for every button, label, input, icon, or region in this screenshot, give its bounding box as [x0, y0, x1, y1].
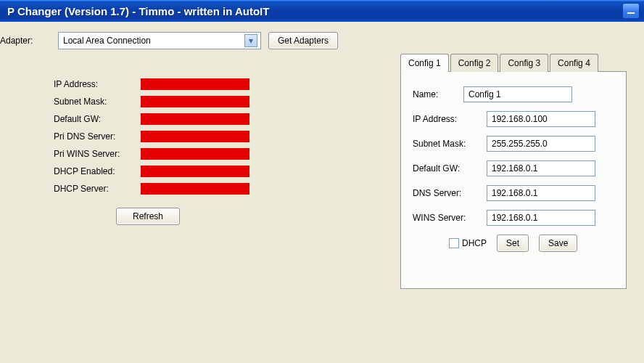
tab-label: Config 2 [458, 58, 491, 68]
pri-dns-value [141, 131, 249, 142]
refresh-button[interactable]: Refresh [116, 208, 180, 225]
titlebar: P Changer (Version 1.7) - Timmo - writte… [0, 0, 644, 22]
tab-label: Config 4 [558, 58, 590, 68]
config-tabs-area: Config 1 Config 2 Config 3 Config 4 Name… [400, 54, 627, 289]
window-title: P Changer (Version 1.7) - Timmo - writte… [7, 5, 621, 17]
dhcp-server-value [141, 183, 249, 195]
minimize-button[interactable] [622, 3, 640, 19]
config-ip-input[interactable] [487, 111, 595, 127]
config-gw-row: Default GW: [413, 160, 614, 176]
dhcp-server-label: DHCP Server: [54, 184, 141, 194]
config-subnet-label: Subnet Mask: [413, 139, 479, 149]
client-area: Adapter: Local Area Connection ▾ Get Ada… [0, 22, 644, 363]
tab-config-3[interactable]: Config 3 [500, 54, 548, 72]
adapter-dropdown[interactable]: Local Area Connection ▾ [58, 32, 261, 49]
config-gw-label: Default GW: [413, 163, 479, 174]
adapter-selected: Local Area Connection [63, 36, 244, 46]
get-adapters-button[interactable]: Get Adapters [268, 32, 338, 49]
tab-config-4[interactable]: Config 4 [550, 54, 598, 72]
checkbox-icon [449, 238, 459, 248]
pri-wins-value [141, 148, 249, 160]
chevron-down-icon: ▾ [244, 34, 257, 47]
tabstrip: Config 1 Config 2 Config 3 Config 4 [400, 54, 627, 72]
subnet-mask-value [141, 96, 249, 107]
dhcp-enabled-label: DHCP Enabled: [54, 166, 141, 176]
ip-address-value [141, 78, 249, 90]
config-subnet-input[interactable] [487, 136, 595, 152]
tab-config-2[interactable]: Config 2 [450, 54, 499, 72]
config-dns-row: DNS Server: [413, 185, 614, 201]
set-button[interactable]: Set [497, 234, 529, 252]
config-panel: Name: IP Address: Subnet Mask: Default G… [400, 71, 627, 289]
dhcp-checkbox[interactable]: DHCP [449, 238, 487, 248]
config-dns-label: DNS Server: [413, 188, 479, 198]
config-wins-label: WINS Server: [413, 213, 479, 223]
config-wins-row: WINS Server: [413, 210, 614, 226]
ip-address-label: IP Address: [54, 79, 141, 89]
config-gw-input[interactable] [487, 160, 595, 176]
adapter-label: Adapter: [0, 36, 51, 46]
config-wins-input[interactable] [487, 210, 595, 226]
tab-label: Config 3 [508, 58, 540, 68]
dhcp-enabled-value [141, 166, 249, 177]
config-name-input[interactable] [463, 86, 572, 102]
config-bottom-row: DHCP Set Save [449, 234, 614, 252]
tab-label: Config 1 [408, 58, 441, 68]
minimize-icon [627, 12, 635, 14]
config-name-label: Name: [413, 89, 456, 99]
tab-config-1[interactable]: Config 1 [400, 54, 449, 72]
default-gw-value [141, 113, 249, 125]
config-name-row: Name: [413, 86, 614, 102]
dhcp-checkbox-label: DHCP [462, 238, 487, 248]
config-ip-label: IP Address: [413, 114, 479, 124]
save-button[interactable]: Save [539, 234, 577, 252]
config-subnet-row: Subnet Mask: [413, 136, 614, 152]
pri-wins-label: Pri WINS Server: [54, 149, 141, 159]
config-ip-row: IP Address: [413, 111, 614, 127]
default-gw-label: Default GW: [54, 114, 141, 124]
config-dns-input[interactable] [487, 185, 595, 201]
subnet-mask-label: Subnet Mask: [54, 97, 141, 107]
adapter-row: Adapter: Local Area Connection ▾ Get Ada… [0, 32, 635, 49]
pri-dns-label: Pri DNS Server: [54, 131, 141, 142]
